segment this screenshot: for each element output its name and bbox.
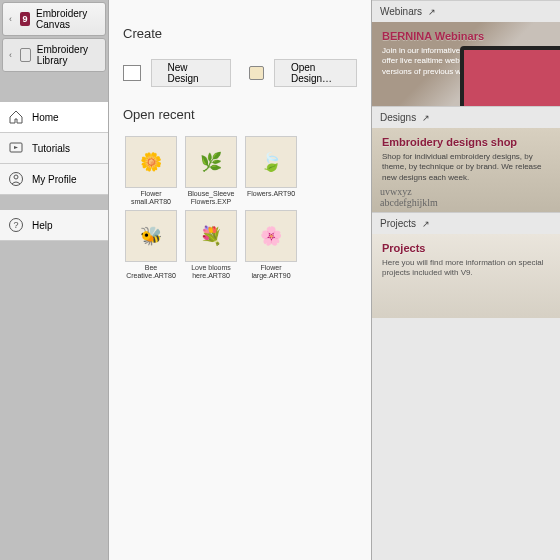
recent-thumb: 🐝 <box>125 210 177 262</box>
tutorials-icon <box>8 140 24 156</box>
nav-tutorials[interactable]: Tutorials <box>0 133 108 164</box>
create-heading: Create <box>123 26 357 41</box>
card-designs-desc: Shop for individual embroidery designs, … <box>382 152 550 183</box>
card-designs-body[interactable]: Embroidery designs shop Shop for individ… <box>372 128 560 212</box>
recent-thumb: 💐 <box>185 210 237 262</box>
nav-help-label: Help <box>32 220 53 231</box>
card-designs-tab: Designs <box>380 112 416 123</box>
card-projects-header[interactable]: Projects ↗ <box>372 212 560 234</box>
profile-icon <box>8 171 24 187</box>
recent-caption: Flower small.ART80 <box>123 190 179 206</box>
nav-home-label: Home <box>32 112 59 123</box>
open-design-button[interactable]: Open Design… <box>249 55 357 91</box>
recent-item[interactable]: 🌼 Flower small.ART80 <box>123 136 179 206</box>
recent-thumb: 🌿 <box>185 136 237 188</box>
recent-caption: Love blooms here.ART80 <box>183 264 239 280</box>
recent-item[interactable]: 🍃 Flowers.ART90 <box>243 136 299 206</box>
recent-caption: Bee Creative.ART80 <box>123 264 179 280</box>
recent-caption: Blouse_Sleeve Flowers.EXP <box>183 190 239 206</box>
recent-item[interactable]: 💐 Love blooms here.ART80 <box>183 210 239 280</box>
recent-thumb: 🌸 <box>245 210 297 262</box>
new-design-button[interactable]: New Design <box>123 55 231 91</box>
app-logo-icon: 9 <box>20 12 30 26</box>
recent-thumb: 🌼 <box>125 136 177 188</box>
tab-embroidery-library[interactable]: ‹ Embroidery Library <box>2 38 106 72</box>
card-projects-desc: Here you will find more information on s… <box>382 258 550 279</box>
recent-caption: Flower large.ART90 <box>243 264 299 280</box>
card-webinars-body[interactable]: BERNINA Webinars Join in our informative… <box>372 22 560 106</box>
home-icon <box>8 109 24 125</box>
external-link-icon: ↗ <box>422 113 430 123</box>
recent-heading: Open recent <box>123 107 357 122</box>
svg-text:?: ? <box>13 220 18 230</box>
nav-tutorials-label: Tutorials <box>32 143 70 154</box>
external-link-icon: ↗ <box>422 219 430 229</box>
nav-profile-label: My Profile <box>32 174 76 185</box>
chevron-left-icon: ‹ <box>9 50 12 60</box>
nav-help[interactable]: ? Help <box>0 210 108 241</box>
card-projects-tab: Projects <box>380 218 416 229</box>
decoration-text: uvwxyzabcdefghijklm <box>380 186 438 208</box>
card-designs-title: Embroidery designs shop <box>382 136 550 148</box>
recent-item[interactable]: 🐝 Bee Creative.ART80 <box>123 210 179 280</box>
recent-item[interactable]: 🌸 Flower large.ART90 <box>243 210 299 280</box>
card-webinars-header[interactable]: Webinars ↗ <box>372 0 560 22</box>
tab-library-label: Embroidery Library <box>37 44 99 66</box>
card-webinars-title: BERNINA Webinars <box>382 30 550 42</box>
recent-thumb: 🍃 <box>245 136 297 188</box>
open-design-label: Open Design… <box>274 59 357 87</box>
new-design-icon <box>123 65 141 81</box>
library-icon <box>20 48 31 62</box>
nav-home[interactable]: Home <box>0 102 108 133</box>
tab-embroidery-canvas[interactable]: ‹ 9 Embroidery Canvas <box>2 2 106 36</box>
svg-point-2 <box>14 175 18 179</box>
card-projects-body[interactable]: Projects Here you will find more informa… <box>372 234 560 318</box>
help-icon: ? <box>8 217 24 233</box>
external-link-icon: ↗ <box>428 7 436 17</box>
chevron-left-icon: ‹ <box>9 14 12 24</box>
folder-icon <box>249 66 264 80</box>
new-design-label: New Design <box>151 59 231 87</box>
card-projects-title: Projects <box>382 242 550 254</box>
recent-caption: Flowers.ART90 <box>247 190 295 206</box>
tab-canvas-label: Embroidery Canvas <box>36 8 99 30</box>
recent-item[interactable]: 🌿 Blouse_Sleeve Flowers.EXP <box>183 136 239 206</box>
nav-profile[interactable]: My Profile <box>0 164 108 195</box>
card-designs-header[interactable]: Designs ↗ <box>372 106 560 128</box>
card-webinars-tab: Webinars <box>380 6 422 17</box>
laptop-illustration <box>460 46 560 106</box>
